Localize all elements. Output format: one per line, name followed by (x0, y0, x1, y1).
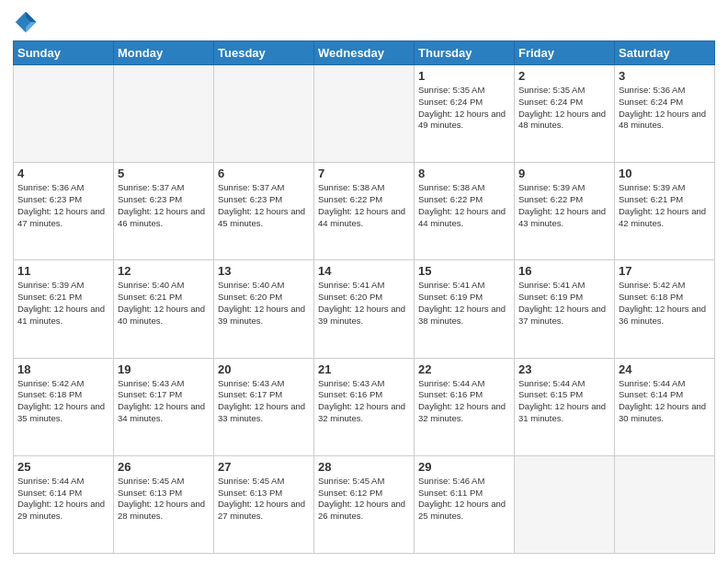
calendar-cell: 26Sunrise: 5:45 AM Sunset: 6:13 PM Dayli… (114, 455, 214, 553)
calendar-cell (214, 65, 314, 163)
day-number: 4 (17, 167, 109, 180)
day-info: Sunrise: 5:43 AM Sunset: 6:17 PM Dayligh… (118, 378, 210, 425)
day-info: Sunrise: 5:37 AM Sunset: 6:23 PM Dayligh… (218, 182, 310, 229)
day-number: 25 (17, 460, 109, 474)
day-number: 12 (118, 264, 210, 278)
calendar-cell (515, 455, 615, 553)
calendar-week-1: 1Sunrise: 5:35 AM Sunset: 6:24 PM Daylig… (14, 65, 715, 163)
calendar-cell: 4Sunrise: 5:36 AM Sunset: 6:23 PM Daylig… (14, 163, 114, 260)
day-header-monday: Monday (114, 41, 214, 65)
day-number: 8 (418, 167, 510, 180)
day-number: 28 (318, 460, 410, 474)
day-info: Sunrise: 5:45 AM Sunset: 6:13 PM Dayligh… (118, 476, 210, 523)
day-info: Sunrise: 5:38 AM Sunset: 6:22 PM Dayligh… (318, 182, 410, 229)
calendar-cell: 28Sunrise: 5:45 AM Sunset: 6:12 PM Dayli… (314, 455, 415, 553)
logo (13, 9, 42, 35)
day-header-sunday: Sunday (14, 41, 114, 65)
calendar-cell (615, 455, 715, 553)
calendar-cell: 23Sunrise: 5:44 AM Sunset: 6:15 PM Dayli… (515, 358, 615, 455)
day-number: 24 (619, 362, 711, 376)
day-info: Sunrise: 5:37 AM Sunset: 6:23 PM Dayligh… (118, 182, 210, 229)
calendar-cell: 25Sunrise: 5:44 AM Sunset: 6:14 PM Dayli… (14, 455, 114, 553)
calendar-cell: 29Sunrise: 5:46 AM Sunset: 6:11 PM Dayli… (415, 455, 515, 553)
day-header-tuesday: Tuesday (214, 41, 314, 65)
calendar-cell: 15Sunrise: 5:41 AM Sunset: 6:19 PM Dayli… (415, 260, 515, 358)
calendar-cell (14, 65, 114, 163)
day-info: Sunrise: 5:44 AM Sunset: 6:14 PM Dayligh… (17, 476, 109, 523)
day-info: Sunrise: 5:35 AM Sunset: 6:24 PM Dayligh… (418, 85, 510, 132)
day-info: Sunrise: 5:46 AM Sunset: 6:11 PM Dayligh… (418, 476, 510, 523)
day-info: Sunrise: 5:45 AM Sunset: 6:13 PM Dayligh… (218, 476, 310, 523)
day-header-friday: Friday (515, 41, 615, 65)
calendar-cell: 5Sunrise: 5:37 AM Sunset: 6:23 PM Daylig… (114, 163, 214, 260)
day-header-wednesday: Wednesday (314, 41, 415, 65)
calendar-cell: 18Sunrise: 5:42 AM Sunset: 6:18 PM Dayli… (14, 358, 114, 455)
calendar-cell (114, 65, 214, 163)
day-info: Sunrise: 5:40 AM Sunset: 6:20 PM Dayligh… (218, 280, 310, 327)
day-info: Sunrise: 5:41 AM Sunset: 6:19 PM Dayligh… (518, 280, 610, 327)
day-number: 23 (518, 362, 610, 376)
day-number: 18 (17, 362, 109, 376)
calendar-cell: 17Sunrise: 5:42 AM Sunset: 6:18 PM Dayli… (615, 260, 715, 358)
day-info: Sunrise: 5:42 AM Sunset: 6:18 PM Dayligh… (17, 378, 109, 425)
day-info: Sunrise: 5:45 AM Sunset: 6:12 PM Dayligh… (318, 476, 410, 523)
calendar-cell: 6Sunrise: 5:37 AM Sunset: 6:23 PM Daylig… (214, 163, 314, 260)
calendar-cell: 27Sunrise: 5:45 AM Sunset: 6:13 PM Dayli… (214, 455, 314, 553)
calendar-cell: 2Sunrise: 5:35 AM Sunset: 6:24 PM Daylig… (515, 65, 615, 163)
day-info: Sunrise: 5:43 AM Sunset: 6:16 PM Dayligh… (318, 378, 410, 425)
calendar-cell: 10Sunrise: 5:39 AM Sunset: 6:21 PM Dayli… (615, 163, 715, 260)
day-number: 11 (17, 264, 109, 278)
day-number: 22 (418, 362, 510, 376)
calendar-cell: 7Sunrise: 5:38 AM Sunset: 6:22 PM Daylig… (314, 163, 415, 260)
day-number: 5 (118, 167, 210, 180)
day-info: Sunrise: 5:36 AM Sunset: 6:23 PM Dayligh… (17, 182, 109, 229)
day-info: Sunrise: 5:39 AM Sunset: 6:22 PM Dayligh… (518, 182, 610, 229)
day-number: 10 (619, 167, 711, 180)
calendar-cell (314, 65, 415, 163)
day-info: Sunrise: 5:36 AM Sunset: 6:24 PM Dayligh… (619, 85, 711, 132)
day-number: 26 (118, 460, 210, 474)
day-info: Sunrise: 5:44 AM Sunset: 6:14 PM Dayligh… (619, 378, 711, 425)
calendar-week-2: 4Sunrise: 5:36 AM Sunset: 6:23 PM Daylig… (14, 163, 715, 260)
calendar-table: SundayMondayTuesdayWednesdayThursdayFrid… (13, 40, 715, 554)
day-info: Sunrise: 5:41 AM Sunset: 6:20 PM Dayligh… (318, 280, 410, 327)
calendar-cell: 16Sunrise: 5:41 AM Sunset: 6:19 PM Dayli… (515, 260, 615, 358)
calendar-cell: 24Sunrise: 5:44 AM Sunset: 6:14 PM Dayli… (615, 358, 715, 455)
logo-icon (13, 9, 39, 35)
calendar-week-3: 11Sunrise: 5:39 AM Sunset: 6:21 PM Dayli… (14, 260, 715, 358)
day-number: 2 (518, 69, 610, 83)
day-number: 9 (518, 167, 610, 180)
day-number: 17 (619, 264, 711, 278)
day-info: Sunrise: 5:39 AM Sunset: 6:21 PM Dayligh… (17, 280, 109, 327)
day-number: 1 (418, 69, 510, 83)
day-number: 20 (218, 362, 310, 376)
calendar-week-4: 18Sunrise: 5:42 AM Sunset: 6:18 PM Dayli… (14, 358, 715, 455)
day-info: Sunrise: 5:44 AM Sunset: 6:15 PM Dayligh… (518, 378, 610, 425)
day-info: Sunrise: 5:43 AM Sunset: 6:17 PM Dayligh… (218, 378, 310, 425)
day-info: Sunrise: 5:35 AM Sunset: 6:24 PM Dayligh… (518, 85, 610, 132)
header (13, 9, 715, 35)
day-info: Sunrise: 5:38 AM Sunset: 6:22 PM Dayligh… (418, 182, 510, 229)
calendar-cell: 12Sunrise: 5:40 AM Sunset: 6:21 PM Dayli… (114, 260, 214, 358)
calendar-cell: 3Sunrise: 5:36 AM Sunset: 6:24 PM Daylig… (615, 65, 715, 163)
day-number: 7 (318, 167, 410, 180)
day-number: 27 (218, 460, 310, 474)
calendar-cell: 22Sunrise: 5:44 AM Sunset: 6:16 PM Dayli… (415, 358, 515, 455)
day-number: 13 (218, 264, 310, 278)
calendar-cell: 14Sunrise: 5:41 AM Sunset: 6:20 PM Dayli… (314, 260, 415, 358)
day-info: Sunrise: 5:41 AM Sunset: 6:19 PM Dayligh… (418, 280, 510, 327)
calendar-cell: 13Sunrise: 5:40 AM Sunset: 6:20 PM Dayli… (214, 260, 314, 358)
day-number: 15 (418, 264, 510, 278)
day-header-thursday: Thursday (415, 41, 515, 65)
day-header-saturday: Saturday (615, 41, 715, 65)
day-number: 14 (318, 264, 410, 278)
calendar-cell: 8Sunrise: 5:38 AM Sunset: 6:22 PM Daylig… (415, 163, 515, 260)
page: SundayMondayTuesdayWednesdayThursdayFrid… (0, 0, 728, 563)
calendar-cell: 1Sunrise: 5:35 AM Sunset: 6:24 PM Daylig… (415, 65, 515, 163)
day-number: 6 (218, 167, 310, 180)
day-number: 29 (418, 460, 510, 474)
day-info: Sunrise: 5:44 AM Sunset: 6:16 PM Dayligh… (418, 378, 510, 425)
day-number: 19 (118, 362, 210, 376)
calendar-cell: 9Sunrise: 5:39 AM Sunset: 6:22 PM Daylig… (515, 163, 615, 260)
calendar-week-5: 25Sunrise: 5:44 AM Sunset: 6:14 PM Dayli… (14, 455, 715, 553)
